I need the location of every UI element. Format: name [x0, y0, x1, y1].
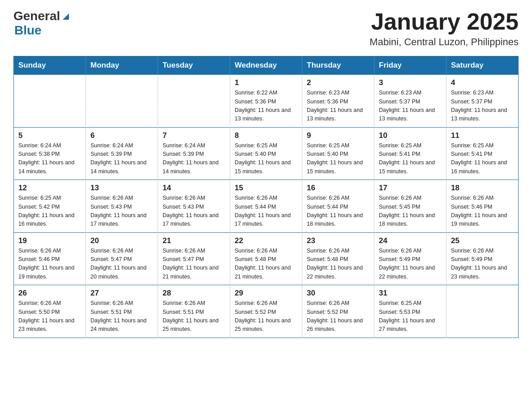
calendar-cell: 15Sunrise: 6:26 AM Sunset: 5:44 PM Dayli…: [230, 180, 302, 233]
weekday-header-monday: Monday: [86, 56, 158, 75]
calendar-cell: [86, 75, 158, 128]
weekday-header-thursday: Thursday: [302, 56, 374, 75]
calendar-cell: 1Sunrise: 6:22 AM Sunset: 5:36 PM Daylig…: [230, 75, 302, 128]
calendar-cell: 14Sunrise: 6:26 AM Sunset: 5:43 PM Dayli…: [158, 180, 230, 233]
day-info: Sunrise: 6:25 AM Sunset: 5:40 PM Dayligh…: [235, 141, 297, 176]
day-number: 15: [235, 184, 297, 193]
calendar-cell: 3Sunrise: 6:23 AM Sunset: 5:37 PM Daylig…: [374, 75, 446, 128]
calendar-cell: 13Sunrise: 6:26 AM Sunset: 5:43 PM Dayli…: [86, 180, 158, 233]
day-number: 20: [90, 236, 153, 245]
day-number: 14: [163, 184, 225, 193]
day-number: 21: [163, 236, 225, 245]
day-number: 13: [90, 184, 153, 193]
calendar-cell: 4Sunrise: 6:23 AM Sunset: 5:37 PM Daylig…: [446, 75, 519, 128]
day-info: Sunrise: 6:26 AM Sunset: 5:49 PM Dayligh…: [451, 247, 514, 282]
day-number: 12: [18, 184, 81, 193]
day-number: 22: [235, 236, 297, 245]
day-number: 29: [235, 289, 297, 298]
day-number: 31: [379, 289, 442, 298]
calendar-cell: 21Sunrise: 6:26 AM Sunset: 5:47 PM Dayli…: [158, 232, 230, 285]
calendar-cell: 29Sunrise: 6:26 AM Sunset: 5:52 PM Dayli…: [230, 285, 302, 338]
calendar-week-row: 1Sunrise: 6:22 AM Sunset: 5:36 PM Daylig…: [14, 75, 519, 128]
day-number: 6: [90, 131, 153, 140]
day-number: 8: [235, 131, 297, 140]
logo-general-text: General: [13, 9, 60, 23]
logo: General Blue: [13, 9, 71, 38]
day-info: Sunrise: 6:23 AM Sunset: 5:37 PM Dayligh…: [379, 89, 442, 124]
calendar-cell: 5Sunrise: 6:24 AM Sunset: 5:38 PM Daylig…: [14, 127, 86, 180]
weekday-header-friday: Friday: [374, 56, 446, 75]
calendar-week-row: 12Sunrise: 6:25 AM Sunset: 5:42 PM Dayli…: [14, 180, 519, 233]
day-info: Sunrise: 6:26 AM Sunset: 5:52 PM Dayligh…: [307, 299, 369, 334]
day-info: Sunrise: 6:26 AM Sunset: 5:44 PM Dayligh…: [307, 194, 369, 229]
day-info: Sunrise: 6:26 AM Sunset: 5:46 PM Dayligh…: [18, 247, 81, 282]
calendar-cell: 25Sunrise: 6:26 AM Sunset: 5:49 PM Dayli…: [446, 232, 519, 285]
day-info: Sunrise: 6:24 AM Sunset: 5:39 PM Dayligh…: [90, 141, 153, 176]
day-info: Sunrise: 6:26 AM Sunset: 5:50 PM Dayligh…: [18, 299, 81, 334]
day-number: 11: [451, 131, 514, 140]
month-title: January 2025: [369, 9, 519, 34]
weekday-header-wednesday: Wednesday: [230, 56, 302, 75]
day-number: 27: [90, 289, 153, 298]
day-info: Sunrise: 6:26 AM Sunset: 5:45 PM Dayligh…: [379, 194, 442, 229]
day-number: 1: [235, 78, 297, 87]
weekday-header-saturday: Saturday: [446, 56, 519, 75]
day-number: 18: [451, 184, 514, 193]
day-number: 24: [379, 236, 442, 245]
calendar-cell: [446, 285, 519, 338]
calendar-table: SundayMondayTuesdayWednesdayThursdayFrid…: [13, 56, 519, 338]
day-number: 19: [18, 236, 81, 245]
day-info: Sunrise: 6:23 AM Sunset: 5:36 PM Dayligh…: [307, 89, 369, 124]
day-info: Sunrise: 6:25 AM Sunset: 5:53 PM Dayligh…: [379, 299, 442, 334]
calendar-cell: [158, 75, 230, 128]
calendar-cell: 2Sunrise: 6:23 AM Sunset: 5:36 PM Daylig…: [302, 75, 374, 128]
day-info: Sunrise: 6:26 AM Sunset: 5:46 PM Dayligh…: [451, 194, 514, 229]
day-number: 3: [379, 78, 442, 87]
calendar-week-row: 26Sunrise: 6:26 AM Sunset: 5:50 PM Dayli…: [14, 285, 519, 338]
day-number: 7: [163, 131, 225, 140]
day-info: Sunrise: 6:25 AM Sunset: 5:40 PM Dayligh…: [307, 141, 369, 176]
logo-triangle-icon: [61, 12, 71, 21]
calendar-cell: 6Sunrise: 6:24 AM Sunset: 5:39 PM Daylig…: [86, 127, 158, 180]
calendar-cell: 18Sunrise: 6:26 AM Sunset: 5:46 PM Dayli…: [446, 180, 519, 233]
day-info: Sunrise: 6:26 AM Sunset: 5:48 PM Dayligh…: [235, 247, 297, 282]
calendar-cell: 31Sunrise: 6:25 AM Sunset: 5:53 PM Dayli…: [374, 285, 446, 338]
day-info: Sunrise: 6:24 AM Sunset: 5:39 PM Dayligh…: [163, 141, 225, 176]
day-number: 25: [451, 236, 514, 245]
day-info: Sunrise: 6:25 AM Sunset: 5:42 PM Dayligh…: [18, 194, 81, 229]
day-info: Sunrise: 6:26 AM Sunset: 5:43 PM Dayligh…: [90, 194, 153, 229]
location-subtitle: Mabini, Central Luzon, Philippines: [369, 36, 519, 48]
day-number: 2: [307, 78, 369, 87]
calendar-cell: 28Sunrise: 6:26 AM Sunset: 5:51 PM Dayli…: [158, 285, 230, 338]
calendar-cell: 20Sunrise: 6:26 AM Sunset: 5:47 PM Dayli…: [86, 232, 158, 285]
calendar-cell: 16Sunrise: 6:26 AM Sunset: 5:44 PM Dayli…: [302, 180, 374, 233]
calendar-cell: 22Sunrise: 6:26 AM Sunset: 5:48 PM Dayli…: [230, 232, 302, 285]
day-info: Sunrise: 6:26 AM Sunset: 5:44 PM Dayligh…: [235, 194, 297, 229]
logo-blue-text: Blue: [14, 23, 42, 37]
title-area: January 2025 Mabini, Central Luzon, Phil…: [369, 9, 519, 48]
calendar-cell: 17Sunrise: 6:26 AM Sunset: 5:45 PM Dayli…: [374, 180, 446, 233]
calendar-cell: 10Sunrise: 6:25 AM Sunset: 5:41 PM Dayli…: [374, 127, 446, 180]
day-number: 9: [307, 131, 369, 140]
day-info: Sunrise: 6:23 AM Sunset: 5:37 PM Dayligh…: [451, 89, 514, 124]
day-info: Sunrise: 6:24 AM Sunset: 5:38 PM Dayligh…: [18, 141, 81, 176]
page-header: General Blue January 2025 Mabini, Centra…: [13, 9, 519, 48]
day-number: 10: [379, 131, 442, 140]
day-info: Sunrise: 6:26 AM Sunset: 5:51 PM Dayligh…: [90, 299, 153, 334]
day-info: Sunrise: 6:26 AM Sunset: 5:47 PM Dayligh…: [163, 247, 225, 282]
calendar-cell: 9Sunrise: 6:25 AM Sunset: 5:40 PM Daylig…: [302, 127, 374, 180]
calendar-cell: 26Sunrise: 6:26 AM Sunset: 5:50 PM Dayli…: [14, 285, 86, 338]
day-number: 17: [379, 184, 442, 193]
calendar-cell: 11Sunrise: 6:25 AM Sunset: 5:41 PM Dayli…: [446, 127, 519, 180]
day-info: Sunrise: 6:25 AM Sunset: 5:41 PM Dayligh…: [379, 141, 442, 176]
weekday-header-tuesday: Tuesday: [158, 56, 230, 75]
day-number: 26: [18, 289, 81, 298]
calendar-cell: 30Sunrise: 6:26 AM Sunset: 5:52 PM Dayli…: [302, 285, 374, 338]
day-number: 5: [18, 131, 81, 140]
day-info: Sunrise: 6:26 AM Sunset: 5:52 PM Dayligh…: [235, 299, 297, 334]
day-info: Sunrise: 6:26 AM Sunset: 5:47 PM Dayligh…: [90, 247, 153, 282]
day-number: 4: [451, 78, 514, 87]
calendar-cell: 19Sunrise: 6:26 AM Sunset: 5:46 PM Dayli…: [14, 232, 86, 285]
calendar-cell: [14, 75, 86, 128]
day-info: Sunrise: 6:26 AM Sunset: 5:43 PM Dayligh…: [163, 194, 225, 229]
